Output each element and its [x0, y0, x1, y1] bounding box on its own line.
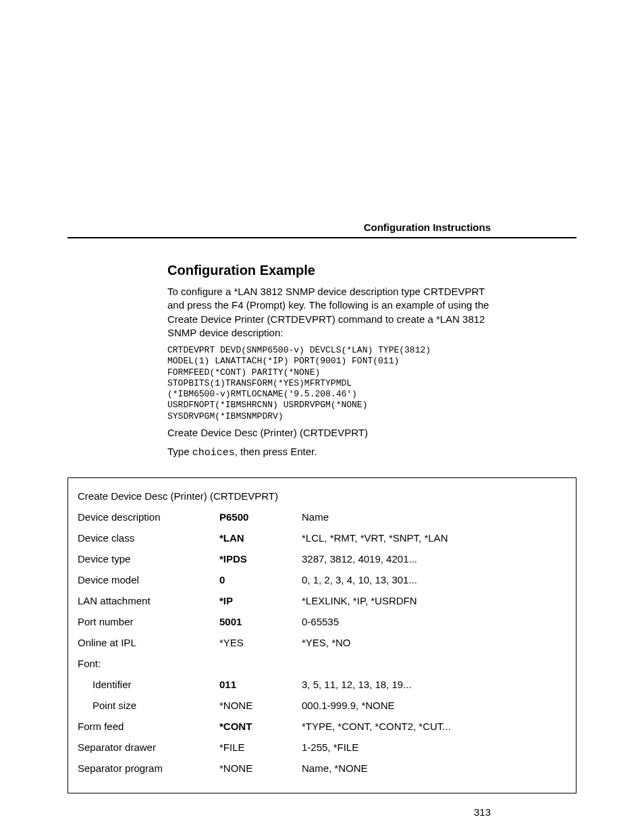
param-label: Device class	[78, 532, 219, 544]
param-hint: 1-255, *FILE	[302, 741, 566, 753]
param-label: Separator program	[78, 762, 219, 774]
table-row: Device descriptionP6500Name	[78, 511, 566, 523]
table-row: Font:	[78, 658, 566, 669]
param-label: Point size	[78, 700, 219, 711]
param-value: *YES	[219, 637, 302, 648]
param-value: 5001	[219, 616, 302, 627]
running-header: Configuration Instructions	[0, 221, 644, 237]
param-label: Device model	[78, 574, 219, 585]
table-row: Form feed*CONT*TYPE, *CONT, *CONT2, *CUT…	[78, 721, 566, 732]
param-value: *IPDS	[219, 553, 302, 565]
section-title: Configuration Example	[167, 263, 491, 278]
table-row: Device class*LAN*LCL, *RMT, *VRT, *SNPT,…	[78, 532, 566, 544]
table-title: Create Device Desc (Printer) (CRTDEVPRT)	[78, 490, 566, 502]
type-prefix: Type	[167, 446, 192, 457]
table-rows: Device descriptionP6500NameDevice class*…	[78, 511, 566, 774]
table-row: Online at IPL*YES*YES, *NO	[78, 637, 566, 648]
code-block: CRTDEVPRT DEVD(SNMP6500-v) DEVCLS(*LAN) …	[167, 345, 491, 422]
param-hint: Name, *NONE	[302, 762, 566, 774]
param-value: *NONE	[219, 762, 302, 774]
parameter-table: Create Device Desc (Printer) (CRTDEVPRT)…	[68, 477, 576, 793]
post-code-line-1: Create Device Desc (Printer) (CRTDEVPRT)	[167, 426, 491, 440]
param-hint: 0-65535	[302, 616, 566, 627]
table-row: Port number50010-65535	[78, 616, 566, 627]
param-hint: *LCL, *RMT, *VRT, *SNPT, *LAN	[302, 532, 566, 544]
param-label: Port number	[78, 616, 219, 627]
param-value: *IP	[219, 595, 302, 606]
choices-code: choices	[192, 447, 235, 459]
type-suffix: , then press Enter.	[235, 446, 317, 457]
param-label: Separator drawer	[78, 741, 219, 753]
page-number: 313	[474, 806, 491, 818]
param-value	[219, 658, 302, 669]
content-area: Configuration Example To configure a *LA…	[167, 238, 491, 460]
header-section: Configuration Instructions	[0, 0, 644, 238]
param-hint: *TYPE, *CONT, *CONT2, *CUT...	[302, 721, 566, 732]
page-container: Configuration Instructions Configuration…	[0, 0, 644, 834]
param-value: *CONT	[219, 721, 302, 732]
table-row: LAN attachment*IP*LEXLINK, *IP, *USRDFN	[78, 595, 566, 606]
param-label: Device description	[78, 511, 219, 523]
table-row: Device type*IPDS3287, 3812, 4019, 4201..…	[78, 553, 566, 565]
param-value: 011	[219, 679, 302, 690]
table-row: Separator drawer*FILE1-255, *FILE	[78, 741, 566, 753]
param-label: Identifier	[78, 679, 219, 690]
param-label: Online at IPL	[78, 637, 219, 648]
table-row: Point size*NONE000.1-999.9, *NONE	[78, 700, 566, 711]
param-value: 0	[219, 574, 302, 585]
param-hint: 000.1-999.9, *NONE	[302, 700, 566, 711]
table-row: Device model00, 1, 2, 3, 4, 10, 13, 301.…	[78, 574, 566, 585]
param-value: P6500	[219, 511, 302, 523]
param-label: LAN attachment	[78, 595, 219, 606]
param-value: *LAN	[219, 532, 302, 544]
param-hint	[302, 658, 566, 669]
param-value: *FILE	[219, 741, 302, 753]
param-label: Font:	[78, 658, 219, 669]
table-row: Separator program*NONEName, *NONE	[78, 762, 566, 774]
param-hint: *YES, *NO	[302, 637, 566, 648]
intro-paragraph: To configure a *LAN 3812 SNMP device des…	[167, 285, 491, 340]
param-hint: 3287, 3812, 4019, 4201...	[302, 553, 566, 565]
param-label: Form feed	[78, 721, 219, 732]
param-hint: Name	[302, 511, 566, 523]
param-hint: 0, 1, 2, 3, 4, 10, 13, 301...	[302, 574, 566, 585]
table-row: Identifier0113, 5, 11, 12, 13, 18, 19...	[78, 679, 566, 690]
param-hint: *LEXLINK, *IP, *USRDFN	[302, 595, 566, 606]
param-label: Device type	[78, 553, 219, 565]
param-value: *NONE	[219, 700, 302, 711]
param-hint: 3, 5, 11, 12, 13, 18, 19...	[302, 679, 566, 690]
type-choices-line: Type choices, then press Enter.	[167, 445, 491, 460]
